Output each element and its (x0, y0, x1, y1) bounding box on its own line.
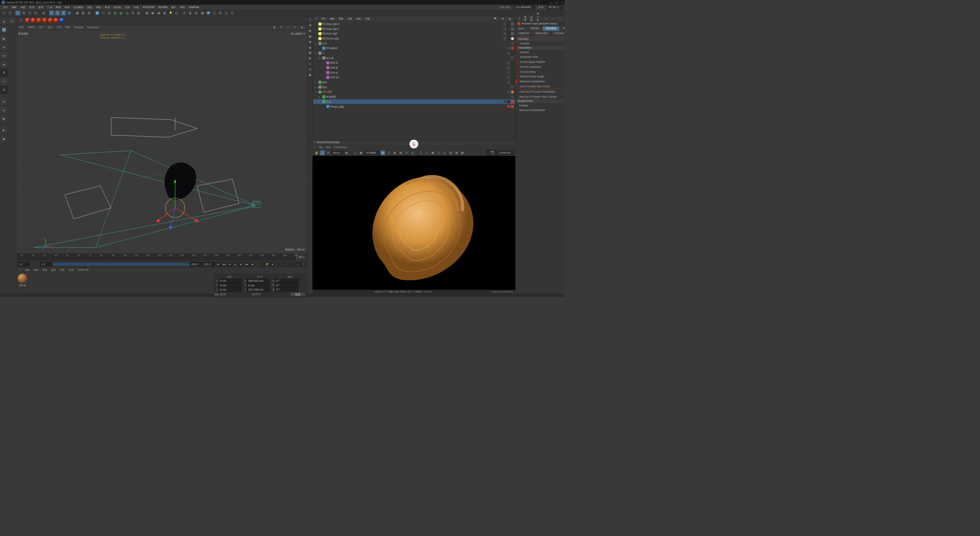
object-row[interactable]: 径向域✓ (313, 70, 515, 75)
menu-render[interactable]: 渲染 (123, 5, 132, 10)
param-key-button[interactable]: A (296, 262, 301, 266)
rv-ipr-button[interactable]: ↻ (320, 150, 325, 155)
texture-mode-button[interactable]: ▦ (0, 34, 8, 42)
rv-region-button[interactable]: ⬚ (353, 150, 358, 155)
record-button[interactable]: ● (259, 262, 264, 266)
gear2-button[interactable]: ⚙ (8, 17, 16, 25)
prev-frame-button[interactable]: ◀ (227, 262, 232, 266)
tag-vis[interactable] (503, 32, 506, 35)
render-view-button[interactable]: ▣ (75, 10, 80, 16)
mat-select[interactable]: 选择 (49, 268, 58, 272)
maximize-button[interactable]: ▢ (555, 1, 558, 4)
object-name[interactable]: 径向域.1 (330, 76, 363, 79)
tag-chk[interactable]: ✓ (507, 100, 510, 103)
om-search-icon[interactable]: 🔍 (493, 17, 499, 21)
light-button[interactable]: 💡 (168, 10, 173, 16)
coord-apply-button[interactable]: 应用 (290, 292, 305, 296)
snap-3[interactable]: ◉ (308, 28, 313, 33)
frame-end-field[interactable] (190, 262, 202, 266)
viewport-solo-button[interactable]: ▦ (0, 115, 8, 123)
pla-key-button[interactable]: P (301, 262, 306, 266)
object-name[interactable]: 空白 (322, 42, 355, 45)
tag-vis[interactable] (511, 56, 514, 59)
grid-b-button[interactable]: ▦ (150, 10, 155, 16)
coord-field[interactable] (247, 279, 270, 283)
tag-chk[interactable]: ✓ (511, 76, 514, 79)
object-name[interactable]: 布料曲面 (326, 95, 359, 99)
model-mode-button[interactable] (0, 26, 8, 34)
rs-mat-2[interactable] (31, 18, 36, 23)
object-row[interactable]: ▾域力场 (313, 56, 515, 60)
goto-end-button[interactable]: ⏭ (250, 262, 255, 266)
attr-up-icon[interactable]: ↑ (558, 17, 562, 21)
autokey-button[interactable]: 🔑 (265, 262, 270, 266)
rv-lock-button[interactable]: 🔒 (314, 150, 319, 155)
coord-field[interactable] (275, 279, 298, 283)
coord-field[interactable] (275, 288, 298, 291)
vp-filter[interactable]: 过滤 (55, 25, 63, 29)
grip-icon[interactable]: ⠿ (314, 17, 319, 21)
snap-5[interactable]: ◆ (308, 39, 313, 44)
grid-a-button[interactable]: ▦ (144, 10, 150, 16)
recent-tool[interactable]: ■ (41, 10, 46, 16)
tag-vis[interactable] (503, 37, 506, 40)
rv-fit-dropdown[interactable]: Fit Window (498, 151, 514, 155)
vp-rotate-icon[interactable]: ↻ (292, 25, 297, 29)
vp-display[interactable]: 显示 (37, 25, 46, 29)
om-bookmarks[interactable]: 书签 (363, 17, 372, 21)
add-generator-button[interactable]: ◆ (106, 10, 112, 16)
om-edit[interactable]: 编辑 (328, 17, 336, 21)
object-row[interactable]: 随机域✓ (313, 60, 515, 65)
xray-button[interactable]: ◐ (0, 126, 8, 134)
tag-orange[interactable] (511, 90, 514, 93)
object-row[interactable]: ▸空白 (313, 41, 515, 46)
tag-red[interactable] (507, 105, 510, 108)
nodespace-dropdown[interactable]: 当前 (Redshift) (513, 5, 535, 10)
expand-toggle[interactable]: ▾ (315, 52, 318, 54)
rv-freeze-button[interactable]: ✕ (404, 150, 409, 155)
menu-tools[interactable]: 工具 (46, 5, 54, 10)
add-spline-button[interactable]: 〰 (101, 10, 106, 16)
target-button[interactable]: ◎ (224, 10, 229, 16)
menu-insydium[interactable]: INSYDIUM (141, 5, 156, 9)
tag-vis[interactable] (511, 85, 514, 88)
coord-field[interactable] (275, 283, 298, 287)
rotate-tool[interactable]: ↻ (33, 10, 38, 16)
expand-toggle[interactable]: ▸ (315, 86, 318, 88)
qr-button[interactable]: QR (206, 10, 211, 16)
object-name[interactable]: 克隆 (326, 100, 359, 103)
expand-toggle[interactable]: ▾ (319, 57, 322, 59)
viewport-canvas[interactable]: 透视视图 默认摄像机 ▾ Number of emitters: 0 Total… (16, 30, 307, 253)
play-button[interactable]: ▶ (233, 262, 238, 266)
close-button[interactable]: ✕ (561, 1, 563, 4)
vp-redshift[interactable]: Redshift (73, 26, 85, 29)
expand-toggle[interactable]: ▾ (315, 90, 318, 93)
object-name[interactable]: RS Area Light.1 (322, 28, 355, 30)
object-row[interactable]: ▸备份 (313, 85, 515, 90)
object-row[interactable]: RS Dome Light✓ (313, 36, 515, 41)
menu-tracker[interactable]: 跟踪器 (112, 5, 123, 10)
z-axis-toggle[interactable]: Z (61, 10, 66, 16)
coord-mode-1[interactable]: 对象 (相对) (214, 293, 251, 296)
add-environment-button[interactable]: ☁ (124, 10, 130, 16)
vp-pan-icon[interactable]: ▦ (271, 25, 277, 29)
mat-create[interactable]: 创建 (23, 268, 31, 272)
expand-toggle[interactable]: ▸ (315, 81, 318, 83)
tag-vis[interactable] (511, 95, 514, 98)
object-name[interactable]: 球体域 (330, 66, 363, 70)
snap-4[interactable]: ▦ (308, 34, 313, 39)
tag-vis[interactable] (507, 61, 510, 64)
prev-key-button[interactable]: ◀◀ (221, 262, 226, 266)
grip-icon[interactable]: ⠿ (516, 17, 522, 21)
workplane-toggle[interactable]: ▭ (0, 77, 8, 85)
material-thumb[interactable] (18, 274, 27, 283)
object-row[interactable]: RS Area Light.2✓ (313, 21, 515, 26)
rv-snapshot-button[interactable]: ▣ (358, 150, 364, 155)
rv-g[interactable]: ▤ (454, 150, 459, 155)
tag-ex[interactable] (511, 100, 514, 103)
rv-h[interactable]: ▦ (460, 150, 465, 155)
rv-grid2-button[interactable]: ⠿ (386, 150, 391, 155)
scene-button[interactable]: ◯ (174, 10, 179, 16)
tag-vis[interactable] (503, 27, 506, 30)
select-tool[interactable]: ⬚ (15, 10, 21, 16)
